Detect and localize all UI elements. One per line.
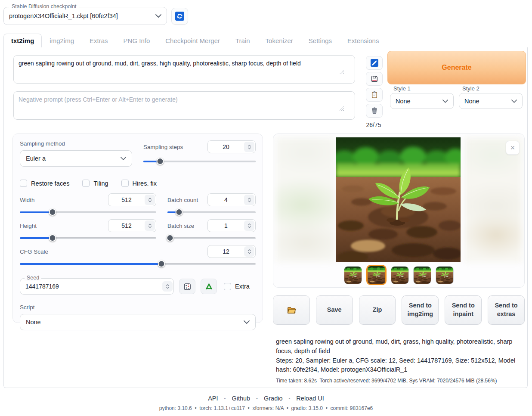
open-folder-button[interactable] xyxy=(273,295,310,325)
refresh-checkpoint-button[interactable] xyxy=(171,8,188,25)
token-counter: 26/75 xyxy=(365,121,383,128)
sampling-method-value: Euler a xyxy=(26,155,46,162)
refresh-icon xyxy=(175,12,184,21)
prompt-input[interactable]: green sapling rowing out of ground, mud,… xyxy=(13,55,355,84)
thumbnail-3[interactable] xyxy=(391,266,409,284)
script-value: None xyxy=(26,319,41,326)
generation-info: green sapling rowing out of ground, mud,… xyxy=(276,337,525,389)
tab-train[interactable]: Train xyxy=(228,34,258,47)
stepper-buttons[interactable] xyxy=(244,195,254,205)
script-dropdown[interactable]: None xyxy=(20,314,256,330)
slider-thumb[interactable] xyxy=(49,208,56,216)
thumbnail-5[interactable] xyxy=(436,266,454,284)
send-to-extras-button[interactable]: Send to extras xyxy=(488,295,525,325)
height-slider[interactable] xyxy=(20,234,156,242)
sampling-method-dropdown[interactable]: Euler a xyxy=(20,150,132,167)
footer: API Github Gradio Reload UI python: 3.10… xyxy=(0,394,532,411)
slider-thumb[interactable] xyxy=(175,208,182,216)
style1-dropdown[interactable]: None xyxy=(390,93,454,109)
checkbox-box[interactable] xyxy=(82,180,90,187)
slider-thumb[interactable] xyxy=(49,234,56,242)
txt2img-panel: green sapling rowing out of ground, mud,… xyxy=(3,47,528,388)
tiling-checkbox[interactable]: Tiling xyxy=(82,180,108,187)
style1-label: Style 1 xyxy=(393,85,411,92)
thumbnail-image xyxy=(436,267,453,284)
tab-settings[interactable]: Settings xyxy=(301,34,340,47)
checkpoint-value: protogenX34OfficialR_1.ckpt [60fe2f34] xyxy=(4,12,155,19)
seed-input[interactable]: Seed 1441787169 xyxy=(20,278,174,295)
batch-count-slider[interactable] xyxy=(167,208,256,216)
extra-label: Extra xyxy=(235,283,250,290)
reload-ui-link[interactable]: Reload UI xyxy=(283,395,324,402)
tab-extras[interactable]: Extras xyxy=(82,34,116,47)
batch-size-input[interactable]: 1 xyxy=(207,219,256,232)
floppy-disk-icon xyxy=(371,75,378,83)
stepper-buttons[interactable] xyxy=(145,220,155,231)
negative-prompt-input[interactable] xyxy=(13,91,355,120)
tab-img2img[interactable]: img2img xyxy=(42,34,82,47)
paste-button[interactable] xyxy=(366,88,383,102)
tab-extensions[interactable]: Extensions xyxy=(340,34,387,47)
sampling-steps-label: Sampling steps xyxy=(143,144,183,150)
slider-thumb[interactable] xyxy=(158,260,165,267)
zip-button[interactable]: Zip xyxy=(359,295,396,325)
github-link[interactable]: Github xyxy=(218,395,251,402)
height-label: Height xyxy=(20,223,37,229)
checkbox-box[interactable] xyxy=(121,180,129,187)
batch-size-label: Batch size xyxy=(167,223,194,229)
apply-style-button[interactable] xyxy=(366,56,383,70)
generate-button[interactable]: Generate xyxy=(387,51,526,84)
batch-count-input[interactable]: 4 xyxy=(207,193,256,206)
cfg-scale-slider[interactable] xyxy=(20,260,256,268)
hires-fix-checkbox[interactable]: Hires. fix xyxy=(121,180,157,187)
thumbnail-2-selected[interactable] xyxy=(366,265,387,285)
restore-faces-checkbox[interactable]: Restore faces xyxy=(20,180,69,187)
generated-image[interactable] xyxy=(336,137,461,262)
gallery-backdrop-left xyxy=(276,137,335,262)
cfg-scale-label: CFG Scale xyxy=(20,248,48,255)
close-gallery-button[interactable]: × xyxy=(506,141,520,155)
sampling-steps-input[interactable]: 20 xyxy=(207,140,256,153)
chevron-down-icon xyxy=(121,157,126,160)
slider-thumb[interactable] xyxy=(157,158,164,165)
checkbox-box[interactable] xyxy=(20,180,27,187)
batch-size-slider[interactable] xyxy=(167,234,256,242)
width-slider[interactable] xyxy=(20,208,156,216)
send-to-img2img-button[interactable]: Send to img2img xyxy=(402,295,439,325)
sampling-method-label: Sampling method xyxy=(20,140,132,147)
tab-checkpoint-merger[interactable]: Checkpoint Merger xyxy=(158,34,228,47)
style2-dropdown[interactable]: None xyxy=(459,93,523,109)
seed-label: Seed xyxy=(25,275,41,281)
height-input[interactable]: 512 xyxy=(108,219,156,232)
tab-txt2img[interactable]: txt2img xyxy=(3,34,42,48)
slider-thumb[interactable] xyxy=(167,234,174,242)
save-style-button[interactable] xyxy=(366,72,383,86)
stepper-buttons[interactable] xyxy=(162,281,173,292)
api-link[interactable]: API xyxy=(208,395,218,402)
info-prompt: green sapling rowing out of ground, mud,… xyxy=(276,337,525,356)
tab-tokenizer[interactable]: Tokenizer xyxy=(258,34,301,47)
gradio-link[interactable]: Gradio xyxy=(250,395,282,402)
clear-prompt-button[interactable] xyxy=(366,104,383,118)
prompt-tools: 26/75 xyxy=(366,56,382,128)
stepper-buttons[interactable] xyxy=(145,195,155,205)
tab-png-info[interactable]: PNG Info xyxy=(116,34,158,47)
save-button[interactable]: Save xyxy=(316,295,353,325)
random-seed-button[interactable] xyxy=(179,279,195,294)
extra-seed-checkbox[interactable] xyxy=(224,283,231,290)
stepper-buttons[interactable] xyxy=(244,220,254,231)
paintbrush-icon xyxy=(371,59,378,67)
clipboard-icon xyxy=(371,91,378,99)
width-input[interactable]: 512 xyxy=(108,193,156,206)
thumbnail-4[interactable] xyxy=(413,266,431,284)
stepper-buttons[interactable] xyxy=(244,142,254,152)
stepper-buttons[interactable] xyxy=(244,246,254,257)
thumbnail-1[interactable] xyxy=(344,266,362,284)
cfg-scale-input[interactable]: 12 xyxy=(207,245,256,258)
sampling-steps-slider[interactable] xyxy=(143,158,256,165)
send-to-inpaint-button[interactable]: Send to inpaint xyxy=(445,295,482,325)
info-performance: Time taken: 8.62s Torch active/reserved:… xyxy=(276,377,525,385)
reuse-seed-button[interactable] xyxy=(201,279,217,294)
checkpoint-dropdown[interactable]: Stable Diffusion checkpoint protogenX34O… xyxy=(3,7,167,25)
checkpoint-label: Stable Diffusion checkpoint xyxy=(9,3,79,9)
